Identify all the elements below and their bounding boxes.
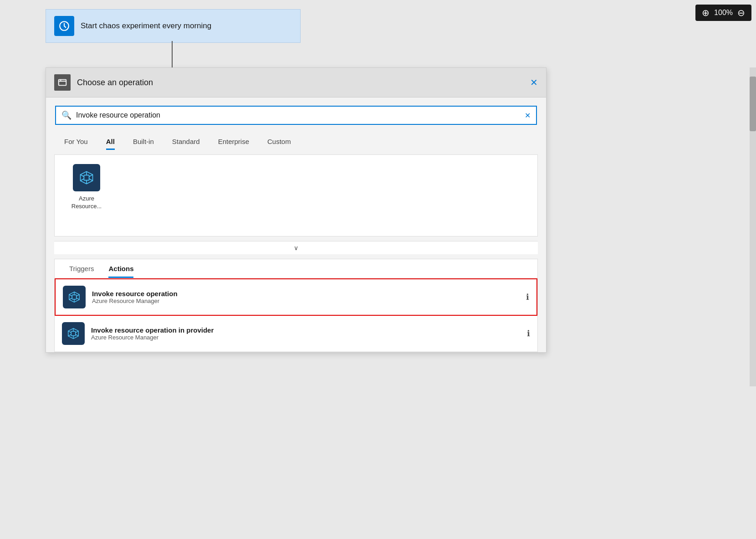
action-item-invoke-provider[interactable]: Invoke resource operation in provider Az…	[55, 316, 537, 352]
collapse-button[interactable]: ∨	[54, 241, 538, 254]
svg-line-25	[76, 334, 79, 336]
azure-rm-invoke-provider-icon	[66, 327, 80, 340]
svg-line-8	[81, 175, 84, 177]
action-icon-box-1	[63, 286, 86, 308]
action-tab-triggers[interactable]: Triggers	[62, 259, 101, 278]
svg-line-27	[68, 334, 72, 336]
svg-rect-13	[72, 295, 76, 299]
dialog-header-icon	[57, 77, 67, 87]
tab-enterprise[interactable]: Enterprise	[209, 133, 258, 150]
svg-line-24	[68, 331, 72, 333]
scrollbar[interactable]	[750, 67, 756, 386]
search-input[interactable]	[76, 111, 520, 119]
trigger-title: Start chaos experiment every morning	[81, 21, 211, 31]
clock-icon	[58, 20, 70, 32]
svg-line-9	[89, 179, 93, 181]
svg-rect-1	[59, 80, 66, 86]
action-subtitle-2: Azure Resource Manager	[91, 334, 521, 341]
scrollbar-thumb[interactable]	[750, 77, 756, 131]
dialog-header: Choose an operation ✕	[46, 68, 546, 98]
svg-line-26	[76, 331, 79, 333]
tab-built-in[interactable]: Built-in	[124, 133, 163, 150]
tab-standard[interactable]: Standard	[163, 133, 209, 150]
search-box: 🔍 ✕	[55, 106, 537, 125]
action-item-invoke-resource[interactable]: Invoke resource operation Azure Resource…	[55, 278, 537, 316]
action-tab-actions[interactable]: Actions	[101, 259, 141, 278]
collapse-icon: ∨	[294, 244, 298, 252]
svg-line-18	[77, 294, 80, 296]
svg-line-19	[69, 298, 72, 300]
svg-line-11	[81, 179, 84, 181]
svg-line-10	[89, 175, 93, 177]
action-subtitle-1: Azure Resource Manager	[92, 298, 520, 304]
search-icon: 🔍	[61, 110, 72, 120]
zoom-out-button[interactable]: ⊖	[737, 8, 745, 17]
choose-operation-dialog: Choose an operation ✕ 🔍 ✕ For You All Bu…	[46, 67, 547, 353]
action-name-1: Invoke resource operation	[92, 290, 520, 298]
tab-all[interactable]: All	[97, 133, 124, 150]
dialog-header-icon-box	[54, 74, 71, 91]
svg-line-16	[69, 294, 72, 296]
zoom-controls: ⊕ 100% ⊖	[695, 5, 751, 21]
action-icon-box-2	[62, 322, 85, 345]
action-text-2: Invoke resource operation in provider Az…	[91, 326, 521, 341]
svg-rect-5	[84, 175, 89, 180]
connector-azure-rm[interactable]: Azure Resource...	[64, 164, 109, 210]
action-text-1: Invoke resource operation Azure Resource…	[92, 290, 520, 304]
zoom-value: 100%	[714, 9, 733, 17]
actions-section: Triggers Actions Invoke resource operati…	[54, 259, 538, 352]
action-tabs-row: Triggers Actions	[55, 259, 537, 278]
azure-resource-manager-icon	[78, 169, 95, 186]
trigger-block[interactable]: Start chaos experiment every morning	[46, 9, 301, 43]
filter-tabs: For You All Built-in Standard Enterprise…	[46, 133, 546, 150]
dialog-title: Choose an operation	[77, 78, 524, 87]
search-clear-button[interactable]: ✕	[525, 111, 531, 120]
tab-custom[interactable]: Custom	[258, 133, 300, 150]
connector-icon-box	[73, 164, 100, 191]
dialog-close-button[interactable]: ✕	[530, 78, 538, 87]
azure-rm-invoke-icon	[67, 290, 81, 304]
tab-for-you[interactable]: For You	[55, 133, 97, 150]
action-info-button-1[interactable]: ℹ	[526, 292, 529, 302]
svg-rect-21	[71, 331, 75, 335]
search-area: 🔍 ✕	[46, 98, 546, 133]
svg-line-17	[77, 298, 80, 300]
action-name-2: Invoke resource operation in provider	[91, 326, 521, 334]
arrow-line	[172, 41, 173, 68]
trigger-icon-box	[54, 16, 74, 36]
zoom-in-button[interactable]: ⊕	[702, 8, 710, 17]
connectors-section: Azure Resource...	[54, 154, 538, 236]
connector-label: Azure Resource...	[64, 195, 109, 210]
action-info-button-2[interactable]: ℹ	[527, 329, 530, 339]
